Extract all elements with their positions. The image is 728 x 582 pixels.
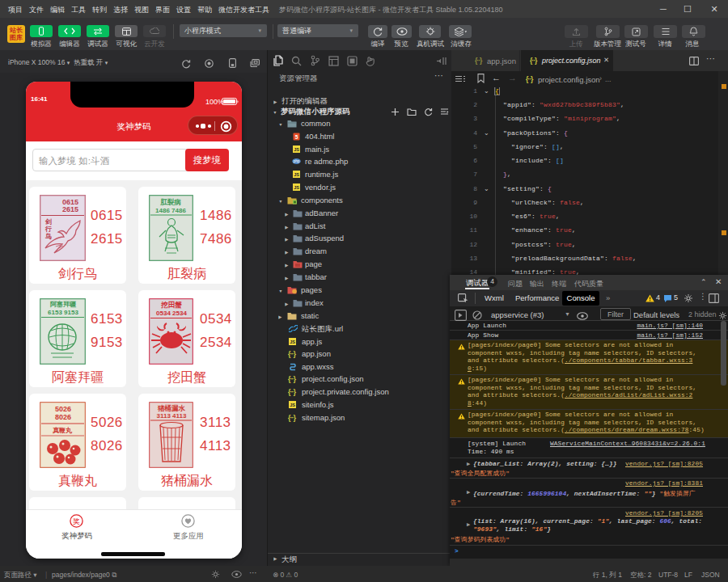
svg-text:行: 行: [44, 226, 52, 233]
svg-text:JS: JS: [294, 185, 299, 190]
svg-text:鸟: 鸟: [44, 233, 52, 240]
svg-text:JS: JS: [290, 403, 295, 407]
svg-text:JS: JS: [294, 172, 299, 177]
svg-text:php: php: [294, 159, 300, 163]
svg-text:JS: JS: [294, 147, 299, 152]
svg-text:剑: 剑: [44, 218, 52, 226]
svg-text:2615: 2615: [62, 205, 78, 213]
svg-text:真鞭丸: 真鞭丸: [53, 427, 73, 434]
svg-text:3113 4113: 3113 4113: [157, 412, 187, 420]
svg-text:肛裂病: 肛裂病: [159, 198, 181, 206]
svg-text:阿塞拜疆: 阿塞拜疆: [50, 300, 77, 308]
svg-text:6153 9153: 6153 9153: [48, 309, 78, 316]
svg-text:挖田蟹: 挖田蟹: [160, 301, 182, 309]
svg-text:8026: 8026: [55, 413, 71, 421]
svg-text:5026: 5026: [55, 405, 71, 413]
svg-text:JS: JS: [290, 340, 295, 344]
svg-text:奖: 奖: [72, 517, 80, 525]
svg-text:5: 5: [295, 134, 298, 140]
svg-text:猪桶漏水: 猪桶漏水: [157, 404, 186, 412]
svg-text:0534 2534: 0534 2534: [156, 310, 187, 317]
svg-text:1486 7486: 1486 7486: [155, 207, 186, 214]
